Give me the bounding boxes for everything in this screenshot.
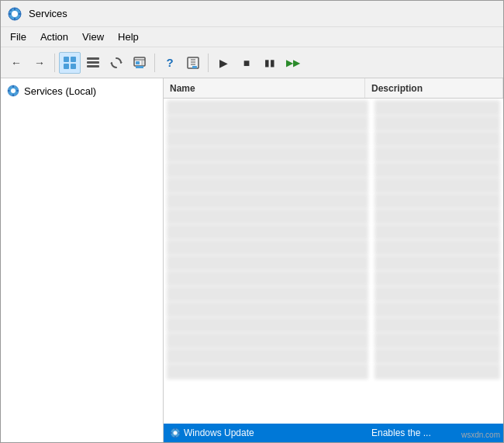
svg-rect-9	[64, 64, 69, 69]
svg-rect-33	[17, 90, 19, 92]
services-window: Services File Action View Help ← →	[0, 0, 504, 443]
svg-point-29	[11, 88, 16, 93]
svg-rect-3	[14, 18, 16, 20]
content-area: Services (Local) Name Description	[1, 78, 503, 442]
list-item	[164, 347, 503, 362]
svg-rect-39	[178, 432, 180, 434]
svg-rect-31	[12, 95, 14, 97]
svg-rect-7	[64, 57, 69, 62]
svg-rect-11	[87, 57, 99, 60]
pause-button[interactable]: ▮▮	[259, 52, 281, 74]
list-item	[164, 130, 503, 145]
svg-rect-27	[192, 66, 197, 68]
list-item	[164, 99, 503, 114]
blurred-service-rows	[164, 99, 503, 403]
left-panel: Services (Local)	[1, 78, 164, 442]
services-local-icon	[7, 85, 19, 97]
svg-rect-37	[174, 436, 176, 438]
svg-rect-10	[71, 64, 76, 69]
selected-service-name: Windows Update	[164, 427, 365, 438]
svg-rect-22	[136, 66, 143, 68]
list-item	[164, 285, 503, 300]
properties-button[interactable]	[182, 52, 204, 74]
resume-button[interactable]: ▶▶	[282, 52, 304, 74]
list-item	[164, 300, 503, 316]
svg-point-1	[12, 11, 18, 17]
list-item	[164, 331, 503, 347]
selected-service-row[interactable]: Windows Update Enables the ...	[164, 424, 503, 442]
refresh-button[interactable]	[105, 52, 127, 74]
export-button[interactable]	[129, 52, 150, 74]
title-bar-text: Services	[29, 8, 67, 19]
svg-rect-5	[19, 13, 21, 15]
list-item	[164, 161, 503, 176]
svg-rect-12	[87, 61, 99, 64]
list-item	[164, 269, 503, 285]
svg-rect-18	[136, 61, 140, 64]
menu-bar: File Action View Help	[1, 27, 503, 47]
help-button[interactable]: ?	[159, 52, 181, 74]
menu-action[interactable]: Action	[34, 29, 74, 44]
start-button[interactable]: ▶	[212, 52, 234, 74]
svg-rect-2	[14, 8, 16, 10]
toolbar-separator-2	[154, 54, 155, 72]
list-header: Name Description	[164, 78, 503, 99]
services-local-item[interactable]: Services (Local)	[1, 81, 163, 100]
right-panel: Name Description	[164, 78, 503, 442]
list-item	[164, 192, 503, 207]
menu-file[interactable]: File	[4, 29, 33, 44]
svg-rect-36	[174, 428, 176, 430]
column-header-name[interactable]: Name	[164, 78, 365, 98]
watermark: wsxdn.com	[461, 431, 500, 439]
svg-rect-32	[8, 90, 10, 92]
toolbar-separator-1	[54, 54, 55, 72]
title-bar: Services	[1, 1, 503, 27]
list-item	[164, 176, 503, 192]
svg-rect-30	[12, 85, 14, 88]
back-button[interactable]: ←	[5, 52, 27, 74]
toolbar-separator-3	[208, 54, 209, 72]
stop-button[interactable]: ■	[236, 52, 257, 74]
list-item	[164, 223, 503, 238]
list-item	[164, 362, 503, 378]
svg-rect-4	[9, 13, 11, 15]
list-item	[164, 254, 503, 269]
services-local-label: Services (Local)	[24, 85, 96, 97]
svg-point-35	[174, 431, 178, 435]
list-item	[164, 114, 503, 130]
svg-rect-13	[87, 65, 99, 67]
list-item	[164, 207, 503, 223]
svg-rect-8	[71, 57, 76, 62]
forward-button[interactable]: →	[29, 52, 50, 74]
title-bar-icon	[7, 6, 22, 22]
toolbar: ← →	[1, 47, 503, 78]
show-services-button[interactable]	[59, 52, 81, 74]
windows-update-icon	[170, 427, 181, 438]
svg-rect-38	[171, 432, 172, 434]
list-item	[164, 145, 503, 161]
list-body[interactable]: Windows Update Enables the ... wsxdn.com	[164, 99, 503, 442]
column-header-description[interactable]: Description	[365, 78, 503, 98]
menu-view[interactable]: View	[76, 29, 110, 44]
list-item	[164, 316, 503, 331]
list-item	[164, 238, 503, 254]
menu-help[interactable]: Help	[112, 29, 145, 44]
extended-view-button[interactable]	[82, 52, 104, 74]
